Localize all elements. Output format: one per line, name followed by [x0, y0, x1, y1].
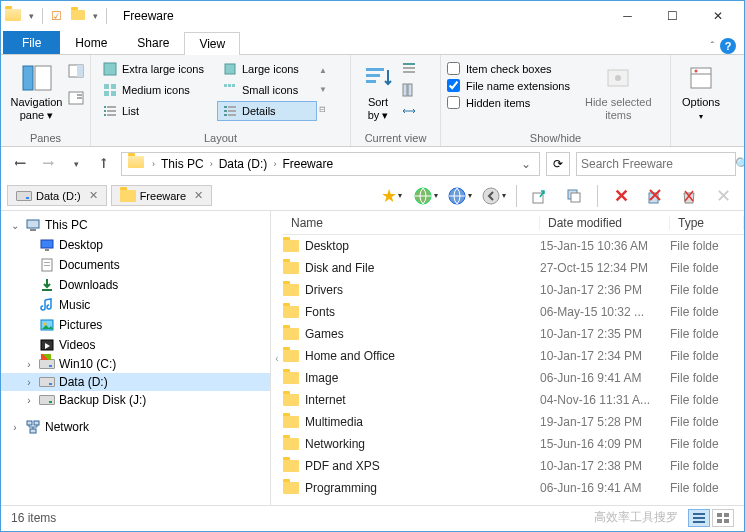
file-row[interactable]: Desktop 15-Jan-15 10:36 AM File folde: [283, 235, 744, 257]
tree-item[interactable]: ›Backup Disk (J:): [1, 391, 270, 409]
path-tab-data[interactable]: Data (D:)✕: [7, 185, 107, 206]
collapse-ribbon-button[interactable]: ˆ: [709, 39, 716, 54]
tree-item[interactable]: Pictures: [1, 315, 270, 335]
details-pane-button[interactable]: [68, 90, 84, 109]
close-tab-icon[interactable]: ✕: [194, 189, 203, 202]
help-icon[interactable]: ?: [720, 38, 736, 54]
qat-properties-icon[interactable]: ☑: [51, 9, 65, 23]
add-columns-button[interactable]: [401, 82, 417, 101]
layout-scroll-up[interactable]: ▲: [319, 66, 327, 75]
maximize-button[interactable]: ☐: [650, 2, 695, 30]
search-input[interactable]: [581, 157, 731, 171]
crumb-freeware[interactable]: Freeware: [280, 157, 335, 171]
tab-file[interactable]: File: [3, 31, 60, 54]
qat-dropdown[interactable]: ▾: [29, 11, 34, 21]
up-button[interactable]: 🠕: [93, 153, 115, 175]
options-button[interactable]: Options▾: [677, 59, 725, 124]
search-box[interactable]: 🔍: [576, 152, 736, 176]
crumb-thispc[interactable]: This PC: [159, 157, 206, 171]
layout-medium[interactable]: Medium icons: [97, 80, 217, 100]
header-type[interactable]: Type: [670, 216, 744, 230]
tab-view[interactable]: View: [184, 32, 240, 55]
search-icon: 🔍: [735, 157, 745, 171]
file-row[interactable]: Disk and File 27-Oct-15 12:34 PM File fo…: [283, 257, 744, 279]
size-columns-button[interactable]: [401, 103, 417, 122]
history-back-button[interactable]: ▾: [478, 183, 508, 209]
delete-permanent-button[interactable]: [640, 183, 670, 209]
sort-by-button[interactable]: Sort by ▾: [357, 59, 399, 124]
qat-new-folder-icon[interactable]: [71, 9, 85, 23]
header-date[interactable]: Date modified: [540, 216, 670, 230]
path-tab-freeware[interactable]: Freeware✕: [111, 185, 212, 206]
recent-locations-button[interactable]: ▾: [65, 153, 87, 175]
close-button[interactable]: ✕: [695, 2, 740, 30]
svg-rect-58: [27, 421, 32, 425]
hide-selected-button[interactable]: Hide selected items: [580, 59, 657, 124]
file-row[interactable]: Multimedia 19-Jan-17 5:28 PM File folde: [283, 411, 744, 433]
minimize-button[interactable]: ─: [605, 2, 650, 30]
file-row[interactable]: Games 10-Jan-17 2:35 PM File folde: [283, 323, 744, 345]
layout-extra-large[interactable]: Extra large icons: [97, 59, 217, 79]
tree-thispc[interactable]: ⌄This PC: [1, 215, 270, 235]
tree-item[interactable]: Downloads: [1, 275, 270, 295]
tree-item[interactable]: ›Data (D:): [1, 373, 270, 391]
file-row[interactable]: Drivers 10-Jan-17 2:36 PM File folde: [283, 279, 744, 301]
crumb-data[interactable]: Data (D:): [217, 157, 270, 171]
address-dropdown[interactable]: ⌄: [515, 157, 537, 171]
file-row[interactable]: Networking 15-Jun-16 4:09 PM File folde: [283, 433, 744, 455]
check-item-check-boxes[interactable]: Item check boxes: [447, 61, 570, 76]
pane-splitter[interactable]: ‹: [271, 211, 283, 505]
tab-share[interactable]: Share: [122, 31, 184, 54]
qat-dropdown-2[interactable]: ▾: [93, 11, 98, 21]
tab-home[interactable]: Home: [60, 31, 122, 54]
file-row[interactable]: Home and Office 10-Jan-17 2:34 PM File f…: [283, 345, 744, 367]
delete-button[interactable]: ✕: [606, 183, 636, 209]
breadcrumb-bar[interactable]: › This PC › Data (D:) › Freeware ⌄: [121, 152, 540, 176]
file-row[interactable]: PDF and XPS 10-Jan-17 2:38 PM File folde: [283, 455, 744, 477]
check-file-name-extensions[interactable]: File name extensions: [447, 78, 570, 93]
refresh-button[interactable]: ⟳: [546, 152, 570, 176]
check-hidden-items[interactable]: Hidden items: [447, 95, 570, 110]
file-row[interactable]: Programming 06-Jun-16 9:41 AM File folde: [283, 477, 744, 499]
delete-recycle-button[interactable]: [674, 183, 704, 209]
globe-button-1[interactable]: ▾: [410, 183, 440, 209]
tree-network[interactable]: ›Network: [1, 417, 270, 437]
svg-rect-3: [77, 65, 83, 77]
layout-list[interactable]: List: [97, 101, 217, 121]
copy-path-button[interactable]: [559, 183, 589, 209]
file-row[interactable]: Internet 04-Nov-16 11:31 A... File folde: [283, 389, 744, 411]
favorites-button[interactable]: ★▾: [376, 183, 406, 209]
close-tab-icon[interactable]: ✕: [89, 189, 98, 202]
preview-pane-button[interactable]: [68, 63, 84, 82]
forward-button[interactable]: 🠖: [37, 153, 59, 175]
view-details-icon[interactable]: [688, 509, 710, 527]
globe-button-2[interactable]: ▾: [444, 183, 474, 209]
tree-item[interactable]: Music: [1, 295, 270, 315]
svg-rect-25: [228, 110, 236, 112]
tree-item[interactable]: ›Win10 (C:): [1, 355, 270, 373]
svg-rect-22: [224, 106, 227, 108]
crumb-root-sep[interactable]: ›: [148, 159, 159, 169]
navigation-tree[interactable]: ⌄This PC DesktopDocumentsDownloadsMusicP…: [1, 211, 271, 505]
layout-more[interactable]: ⊟: [319, 105, 327, 114]
folder-icon: [283, 394, 299, 406]
layout-large[interactable]: Large icons: [217, 59, 317, 79]
view-large-icon[interactable]: [712, 509, 734, 527]
back-button[interactable]: 🠔: [9, 153, 31, 175]
file-list[interactable]: Desktop 15-Jan-15 10:36 AM File folde Di…: [283, 235, 744, 505]
layout-scroll-down[interactable]: ▼: [319, 85, 327, 94]
tree-item[interactable]: Desktop: [1, 235, 270, 255]
tree-item[interactable]: Documents: [1, 255, 270, 275]
tree-item[interactable]: Videos: [1, 335, 270, 355]
svg-point-42: [483, 188, 499, 204]
group-by-button[interactable]: [401, 61, 417, 80]
delete-remove-button[interactable]: ✕: [708, 183, 738, 209]
file-row[interactable]: Fonts 06-May-15 10:32 ... File folde: [283, 301, 744, 323]
export-button[interactable]: [525, 183, 555, 209]
navigation-pane-button[interactable]: Navigation pane ▾: [7, 59, 66, 124]
header-name[interactable]: Name: [283, 216, 540, 230]
ribbon-body: Navigation pane ▾ Panes Extra large icon…: [1, 55, 744, 147]
layout-small[interactable]: Small icons: [217, 80, 317, 100]
file-row[interactable]: Image 06-Jun-16 9:41 AM File folde: [283, 367, 744, 389]
layout-details[interactable]: Details: [217, 101, 317, 121]
